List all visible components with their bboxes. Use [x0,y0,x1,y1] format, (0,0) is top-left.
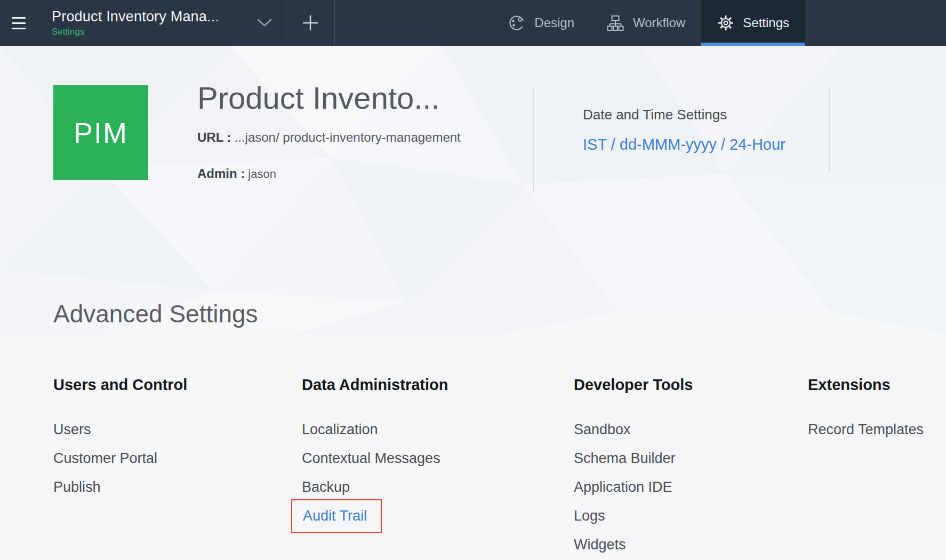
link-application-ide[interactable]: Application IDE [574,473,693,501]
link-backup[interactable]: Backup [302,473,448,501]
admin-label: Admin : [197,166,245,181]
column-heading: Extensions [808,376,924,394]
app-settings-page: Product Inventory Mana... Settings [0,0,946,560]
main-tabs: Design Workflow [492,0,805,46]
column-users-and-control: Users and Control Users Customer Portal … [53,376,187,501]
link-audit-trail[interactable]: Audit Trail [302,501,448,530]
column-heading: Users and Control [53,376,187,394]
topbar-spacer [335,0,492,46]
app-url-row: URL :...jason/ product-inventory-managem… [197,130,461,145]
link-contextual-messages[interactable]: Contextual Messages [302,444,448,473]
datetime-settings-heading: Date and Time Settings [583,107,727,123]
column-developer-tools: Developer Tools Sandbox Schema Builder A… [574,376,693,559]
tab-settings[interactable]: Settings [701,0,805,46]
app-subtitle: Settings [52,27,219,37]
plus-icon [302,14,319,31]
app-admin-row: Admin :jason [197,166,276,181]
section-divider [533,88,534,192]
link-widgets[interactable]: Widgets [574,530,693,559]
app-name-heading: Product Invento... [197,80,440,116]
hamburger-menu-icon[interactable] [0,0,37,46]
tab-label: Design [534,15,574,30]
url-value: ...jason/ product-inventory-management [235,130,461,144]
datetime-settings-link[interactable]: IST / dd-MMM-yyyy / 24-Hour [583,136,785,153]
column-heading: Developer Tools [574,376,693,394]
link-record-templates[interactable]: Record Templates [808,415,924,444]
admin-value: jason [248,167,276,181]
column-heading: Data Administration [302,376,448,394]
workflow-icon [606,14,624,32]
add-application-button[interactable] [286,0,334,46]
palette-icon [508,14,526,32]
link-logs[interactable]: Logs [574,501,693,530]
advanced-settings-title: Advanced Settings [53,299,258,328]
link-localization[interactable]: Localization [302,415,448,444]
url-label: URL : [197,130,231,144]
tab-label: Settings [743,15,789,30]
chevron-down-icon [257,19,272,27]
tab-label: Workflow [633,15,685,30]
top-bar: Product Inventory Mana... Settings [0,0,946,46]
column-data-administration: Data Administration Localization Context… [302,376,448,530]
audit-trail-highlight-box: Audit Trail [291,499,382,533]
app-title: Product Inventory Mana... [52,9,219,25]
link-customer-portal[interactable]: Customer Portal [53,444,187,473]
tab-workflow[interactable]: Workflow [590,0,701,46]
link-publish[interactable]: Publish [53,473,187,501]
app-logo: PIM [53,85,148,180]
link-sandbox[interactable]: Sandbox [574,415,693,444]
active-tab-underline [701,43,805,46]
link-users[interactable]: Users [53,415,187,444]
section-divider [829,86,830,172]
tab-design[interactable]: Design [492,0,590,46]
column-extensions: Extensions Record Templates [808,376,924,444]
link-schema-builder[interactable]: Schema Builder [574,444,693,473]
gear-icon [717,14,734,31]
app-switcher[interactable]: Product Inventory Mana... Settings [37,0,286,46]
